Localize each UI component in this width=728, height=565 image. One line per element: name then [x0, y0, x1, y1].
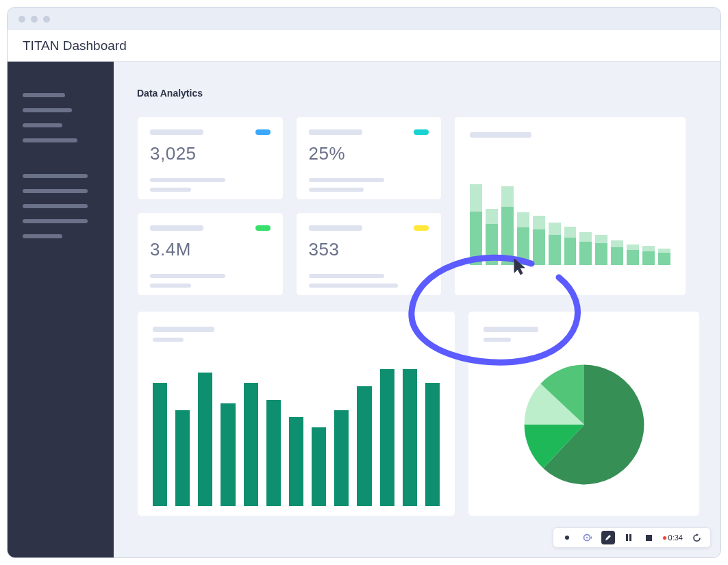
chart-bar — [595, 235, 607, 265]
placeholder-title — [150, 225, 203, 231]
placeholder-line — [153, 338, 184, 342]
status-badge — [255, 225, 271, 231]
placeholder-title — [484, 327, 538, 332]
status-badge — [255, 129, 271, 135]
metric-value: 3,025 — [150, 143, 271, 164]
record-button[interactable] — [560, 531, 574, 544]
window-dot — [43, 16, 50, 23]
chart-bar — [312, 427, 326, 506]
pie-chart — [484, 360, 684, 490]
mini-bar-chart-card[interactable] — [454, 116, 686, 296]
placeholder-title — [470, 132, 531, 138]
status-badge — [414, 225, 429, 231]
sidebar-item[interactable] — [23, 204, 88, 208]
bottom-grid — [137, 311, 700, 516]
section-title: Data Analytics — [137, 88, 700, 99]
metric-row: 3,025 25% — [137, 116, 442, 200]
sidebar-item[interactable] — [23, 108, 72, 112]
sidebar-item[interactable] — [23, 138, 77, 142]
metric-value: 3.4M — [150, 239, 271, 260]
chart-bar — [549, 223, 561, 265]
chart-bar — [221, 403, 235, 506]
chart-bar — [334, 410, 349, 506]
sidebar-item[interactable] — [23, 189, 88, 193]
chart-bar — [564, 227, 577, 265]
placeholder-line — [150, 274, 225, 278]
sidebar-item[interactable] — [23, 123, 62, 127]
stop-button[interactable] — [642, 531, 656, 544]
chart-bar — [380, 369, 394, 506]
browser-window: TITAN Dashboard Data Analytics 3,025 — [7, 7, 721, 558]
sidebar-item[interactable] — [23, 234, 62, 238]
metric-value: 353 — [309, 239, 429, 260]
svg-rect-3 — [626, 534, 628, 541]
window-dot — [31, 16, 38, 23]
chart-bar — [266, 400, 281, 506]
chart-bar — [579, 232, 592, 265]
svg-rect-5 — [646, 535, 652, 541]
svg-point-2 — [586, 537, 587, 538]
content-area: Data Analytics 3,025 — [114, 62, 720, 557]
recording-toolbar: 0:34 — [553, 527, 711, 548]
svg-rect-4 — [629, 534, 631, 541]
rec-dot-icon — [663, 536, 666, 540]
chart-bar — [289, 417, 303, 506]
metric-card[interactable]: 3.4M — [137, 212, 284, 296]
app-title-bar: TITAN Dashboard — [8, 30, 720, 62]
placeholder-line — [150, 284, 191, 288]
chart-bar — [517, 212, 529, 265]
placeholder-line — [309, 284, 398, 288]
chart-bar — [425, 383, 440, 506]
mini-bar-chart — [470, 155, 670, 265]
metric-card[interactable]: 3,025 — [137, 116, 284, 200]
placeholder-title — [153, 327, 214, 332]
placeholder-line — [150, 188, 191, 192]
sidebar-item[interactable] — [23, 174, 88, 178]
sidebar-item[interactable] — [23, 219, 88, 223]
placeholder-line — [309, 188, 364, 192]
placeholder-line — [150, 178, 225, 182]
chart-bar — [153, 383, 167, 506]
placeholder-line — [309, 178, 384, 182]
app-title: TITAN Dashboard — [23, 38, 127, 53]
metric-value: 25% — [309, 143, 429, 164]
sidebar-item[interactable] — [23, 93, 65, 97]
pause-button[interactable] — [622, 531, 636, 544]
chart-bar — [627, 244, 639, 265]
placeholder-title — [150, 129, 203, 135]
chart-bar — [403, 369, 417, 506]
placeholder-title — [309, 225, 362, 231]
svg-point-0 — [565, 536, 569, 540]
chart-bar — [175, 410, 190, 506]
big-bar-chart-card[interactable] — [137, 311, 455, 516]
pen-button[interactable] — [601, 531, 615, 544]
window-dot — [18, 16, 25, 23]
webcam-button[interactable] — [581, 531, 594, 544]
chart-bar — [357, 386, 371, 506]
metrics-column: 3,025 25% — [137, 116, 442, 296]
timer-text: 0:34 — [668, 533, 683, 542]
chart-bar — [486, 209, 498, 265]
sidebar — [8, 62, 114, 557]
placeholder-line — [484, 338, 511, 342]
workspace: Data Analytics 3,025 — [8, 62, 720, 557]
chart-bar — [642, 246, 655, 265]
chart-bar — [470, 184, 482, 265]
chart-bar — [244, 383, 258, 506]
chart-bar — [611, 240, 623, 265]
metric-card[interactable]: 25% — [296, 116, 442, 200]
pie-chart-card[interactable] — [468, 311, 700, 516]
metric-card[interactable]: 353 — [296, 212, 442, 296]
placeholder-title — [309, 129, 362, 135]
big-bar-chart — [153, 355, 440, 506]
chart-bar — [658, 249, 670, 265]
chart-bar — [501, 186, 514, 265]
top-grid: 3,025 25% — [137, 116, 700, 296]
restart-button[interactable] — [690, 531, 703, 544]
metric-row: 3.4M 353 — [137, 212, 442, 296]
status-badge — [414, 129, 429, 135]
placeholder-line — [309, 274, 384, 278]
recording-timer: 0:34 — [663, 533, 683, 542]
chart-bar — [198, 373, 212, 506]
window-titlebar — [8, 8, 720, 30]
